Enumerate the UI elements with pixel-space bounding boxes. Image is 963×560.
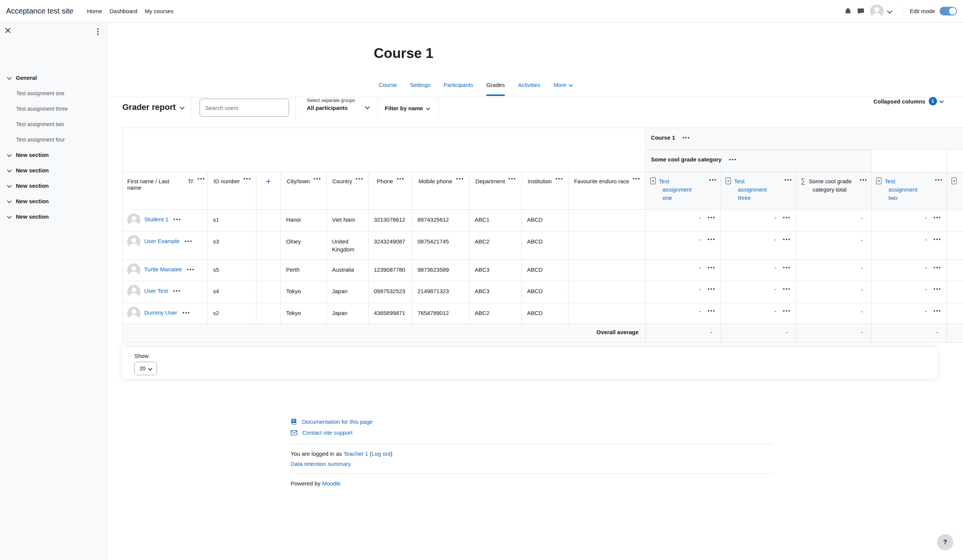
student-name-link[interactable]: Student 1 <box>144 216 168 222</box>
column-menu-icon[interactable] <box>509 178 516 180</box>
student-name-link[interactable]: User Test <box>144 288 168 294</box>
messages-button[interactable] <box>854 5 867 18</box>
column-header-label[interactable]: Mobile phone <box>418 178 452 185</box>
grade-cell-menu-icon[interactable] <box>934 310 940 312</box>
tab-course[interactable]: Course <box>379 82 397 96</box>
data-retention-link[interactable]: Data retention summary <box>291 460 351 468</box>
grade-column-header-some-cool-grade-category-total: ∑Some cool grade category total <box>796 172 872 210</box>
grade-item-link[interactable]: Test assignment one <box>659 177 699 202</box>
grade-cell-menu-icon[interactable] <box>708 310 715 312</box>
category-menu-icon[interactable] <box>729 159 736 160</box>
drawer-section-new-section-4[interactable]: New section <box>0 193 107 209</box>
moodle-link[interactable]: Moodle <box>322 480 340 487</box>
grade-cell-menu-icon[interactable] <box>708 267 715 268</box>
column-menu-icon[interactable] <box>456 178 463 180</box>
drawer-section-new-section-2[interactable]: New section <box>0 163 107 178</box>
column-header-label[interactable]: ID number <box>214 178 240 185</box>
chevron-down-icon <box>7 214 12 218</box>
nav-link-home[interactable]: Home <box>83 8 106 14</box>
mobile-phone-cell: 8974325612 <box>412 210 469 231</box>
logged-in-user-link[interactable]: Teacher 1 <box>343 450 368 457</box>
contact-support-link[interactable]: Contact site support <box>291 427 773 438</box>
column-menu-icon[interactable] <box>198 178 204 180</box>
close-drawer-button[interactable] <box>5 28 11 35</box>
column-header-label[interactable]: Department <box>475 178 505 185</box>
column-menu-icon[interactable] <box>556 178 563 180</box>
tab-activities[interactable]: Activities <box>518 82 540 96</box>
grade-cell-menu-icon[interactable] <box>708 288 715 290</box>
grade-cell-menu-icon[interactable] <box>934 239 940 240</box>
edit-mode-toggle[interactable] <box>940 7 957 15</box>
grade-cell-menu-icon[interactable] <box>783 267 790 268</box>
column-header-label[interactable]: City/town <box>287 178 310 185</box>
documentation-link[interactable]: Documentation for this page <box>291 416 773 427</box>
grade-cell-menu-icon[interactable] <box>783 310 790 312</box>
student-menu-icon[interactable] <box>173 290 180 292</box>
drawer-item-test-assignment-four[interactable]: Test assignment four <box>0 132 107 147</box>
drawer-menu-button[interactable] <box>96 27 100 37</box>
column-header-label[interactable]: Country <box>332 178 352 185</box>
grade-column-menu-icon[interactable] <box>860 179 867 181</box>
logout-link[interactable]: Log out <box>371 450 391 457</box>
grade-column-menu-icon[interactable] <box>709 179 716 181</box>
student-name-link[interactable]: Turtle Manatee <box>144 266 182 272</box>
notifications-button[interactable] <box>841 5 854 18</box>
tab-grades[interactable]: Grades <box>486 82 505 96</box>
student-menu-icon[interactable] <box>173 218 180 220</box>
grade-cell: - <box>796 303 872 324</box>
grade-cell-menu-icon[interactable] <box>783 217 790 218</box>
student-name-link[interactable]: User Example <box>144 238 180 244</box>
primary-nav: HomeDashboardMy courses <box>83 8 177 14</box>
collapsed-columns-button[interactable]: Collapsed columns 1 <box>874 97 944 105</box>
column-header-label[interactable]: Institution <box>527 178 551 185</box>
column-menu-icon[interactable] <box>397 178 404 180</box>
search-users-input[interactable] <box>199 99 289 117</box>
nav-link-my-courses[interactable]: My courses <box>141 8 177 14</box>
tab-more[interactable]: More <box>553 82 572 96</box>
grade-column-menu-icon[interactable] <box>935 179 942 181</box>
student-name-link[interactable]: Dummy User <box>144 309 177 316</box>
course-menu-icon[interactable] <box>683 137 689 139</box>
groups-selector[interactable]: Select separate groups All participants <box>307 98 369 111</box>
report-selector[interactable]: Grader report <box>122 102 184 112</box>
drawer-section-new-section-1[interactable]: New section <box>0 147 107 163</box>
nav-link-dashboard[interactable]: Dashboard <box>106 8 141 14</box>
tab-participants[interactable]: Participants <box>444 82 473 96</box>
student-menu-icon[interactable] <box>187 269 194 270</box>
drawer-section-new-section-3[interactable]: New section <box>0 178 107 193</box>
help-button[interactable]: ? <box>937 534 953 550</box>
contact-support-label: Contact site support <box>302 429 352 437</box>
add-column-button[interactable]: + <box>266 178 271 185</box>
site-brand[interactable]: Acceptance test site <box>6 7 73 15</box>
grade-cell-menu-icon[interactable] <box>934 217 940 218</box>
student-menu-icon[interactable] <box>185 241 191 242</box>
column-header-label[interactable]: Phone <box>377 178 393 185</box>
column-menu-icon[interactable] <box>356 178 363 180</box>
filter-by-name-button[interactable]: Filter by name <box>385 105 430 112</box>
drawer-item-test-assignment-three[interactable]: Test assignment three <box>0 101 107 116</box>
grade-cell-menu-icon[interactable] <box>934 267 940 268</box>
grade-cell-menu-icon[interactable] <box>708 239 715 240</box>
drawer-item-test-assignment-two[interactable]: Test assignment two <box>0 116 107 132</box>
tab-settings[interactable]: Settings <box>410 82 430 96</box>
column-menu-icon[interactable] <box>633 178 640 180</box>
grade-item-link[interactable]: Test assignment two <box>885 177 925 202</box>
grade-cell-menu-icon[interactable] <box>783 288 790 290</box>
student-menu-icon[interactable] <box>183 312 190 314</box>
user-menu-chevron-icon[interactable] <box>887 8 893 13</box>
edit-mode-label: Edit mode <box>909 8 935 14</box>
grade-cell-menu-icon[interactable] <box>783 239 790 240</box>
grade-column-menu-icon[interactable] <box>785 179 791 181</box>
column-menu-icon[interactable] <box>314 178 320 180</box>
grade-cell-menu-icon[interactable] <box>934 288 940 290</box>
drawer-section-new-section-5[interactable]: New section <box>0 209 107 224</box>
per-page-select[interactable]: 20 <box>135 362 157 375</box>
grade-item-link[interactable]: Test assignment three <box>734 177 774 202</box>
grade-cell-menu-icon[interactable] <box>708 217 715 218</box>
drawer-section-general-0[interactable]: General <box>0 70 107 86</box>
user-avatar[interactable] <box>870 5 884 18</box>
column-header-label[interactable]: First name / Last name <box>127 178 184 191</box>
drawer-item-test-assignment-one[interactable]: Test assignment one <box>0 86 107 101</box>
column-menu-icon[interactable] <box>243 178 250 180</box>
column-header-label[interactable]: Favourite enduro race <box>574 178 629 185</box>
